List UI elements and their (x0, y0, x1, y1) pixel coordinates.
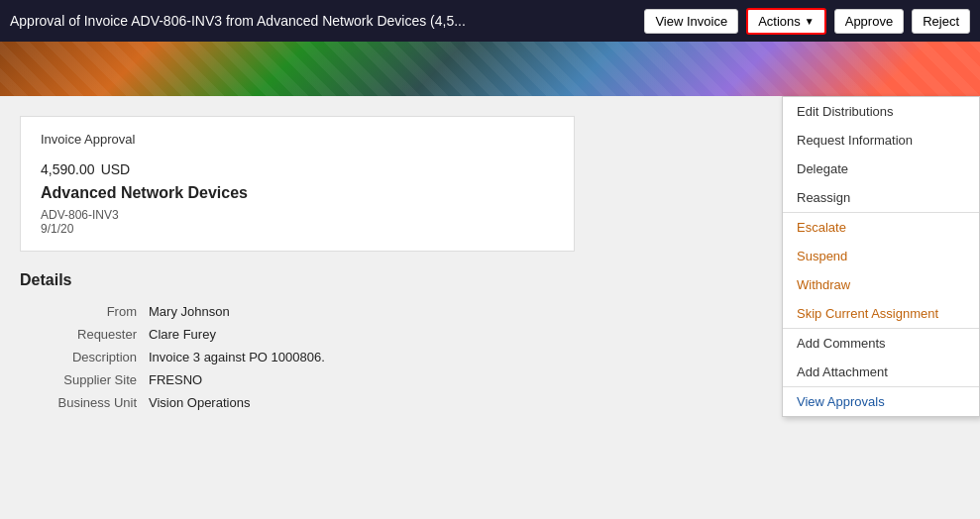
menu-item-add-attachment[interactable]: Add Attachment (783, 358, 979, 386)
invoice-label: Invoice Approval (41, 132, 554, 147)
detail-value: Clare Furey (149, 327, 216, 342)
menu-item-request-information[interactable]: Request Information (783, 126, 979, 155)
detail-value: Vision Operations (149, 395, 250, 410)
menu-item-suspend[interactable]: Suspend (783, 242, 979, 270)
invoice-date: 9/1/20 (41, 222, 554, 236)
invoice-id: ADV-806-INV3 (41, 208, 554, 222)
actions-button[interactable]: Actions ▼ (746, 8, 826, 35)
detail-label: Supplier Site (20, 372, 149, 387)
banner-image (0, 42, 980, 96)
actions-dropdown: Edit DistributionsRequest InformationDel… (782, 96, 980, 417)
page-title: Approval of Invoice ADV-806-INV3 from Ad… (10, 13, 636, 29)
detail-label: Business Unit (20, 395, 149, 410)
detail-label: Requester (20, 327, 149, 342)
invoice-amount-value: 4,590.00 (41, 161, 95, 177)
detail-value: Mary Johnson (149, 304, 230, 319)
menu-item-edit-distributions[interactable]: Edit Distributions (783, 97, 979, 126)
detail-label: From (20, 304, 149, 319)
menu-item-skip-current[interactable]: Skip Current Assignment (783, 299, 979, 328)
menu-item-escalate[interactable]: Escalate (783, 213, 979, 242)
invoice-card: Invoice Approval 4,590.00 USD Advanced N… (20, 116, 575, 252)
main-content: Invoice Approval 4,590.00 USD Advanced N… (0, 96, 980, 519)
menu-item-delegate[interactable]: Delegate (783, 155, 979, 183)
detail-label: Description (20, 350, 149, 364)
menu-item-reassign[interactable]: Reassign (783, 183, 979, 212)
detail-value: FRESNO (149, 372, 202, 387)
actions-label: Actions (758, 14, 801, 29)
invoice-company: Advanced Network Devices (41, 184, 554, 202)
header: Approval of Invoice ADV-806-INV3 from Ad… (0, 0, 980, 42)
menu-item-view-approvals[interactable]: View Approvals (783, 387, 979, 416)
detail-value: Invoice 3 against PO 1000806. (149, 350, 325, 364)
chevron-down-icon: ▼ (805, 16, 815, 27)
reject-button[interactable]: Reject (912, 9, 970, 34)
menu-item-withdraw[interactable]: Withdraw (783, 270, 979, 299)
approve-button[interactable]: Approve (834, 9, 904, 34)
menu-item-add-comments[interactable]: Add Comments (783, 329, 979, 358)
invoice-amount: 4,590.00 USD (41, 155, 554, 180)
view-invoice-button[interactable]: View Invoice (644, 9, 738, 34)
invoice-currency: USD (101, 161, 131, 177)
